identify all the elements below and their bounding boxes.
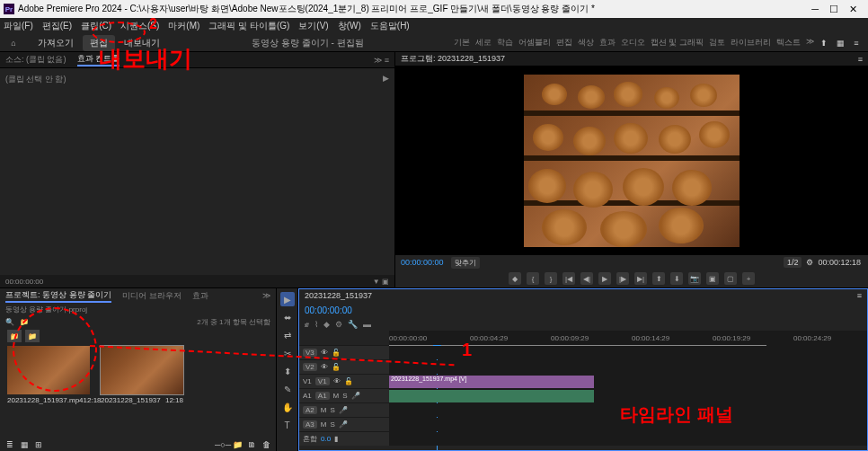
playhead-toggle-icon[interactable]: ▶ <box>383 74 389 83</box>
panel-menu-icon[interactable]: ≡ <box>857 291 862 300</box>
ws-color[interactable]: 색상 <box>578 37 594 49</box>
track-toggle[interactable]: A3 <box>303 420 317 429</box>
menu-view[interactable]: 보기(V) <box>298 20 328 32</box>
panel-overflow-icon[interactable]: ≫ <box>262 291 270 300</box>
selection-tool-icon[interactable]: ▶ <box>280 292 295 306</box>
tab-source[interactable]: 소스: (클립 없음) <box>5 54 66 66</box>
track-mute-icon[interactable]: M <box>321 420 327 429</box>
list-view-icon[interactable]: ≣ <box>5 440 14 449</box>
menu-window[interactable]: 창(W) <box>338 20 361 32</box>
panel-menu-icon[interactable]: ≡ <box>858 55 863 64</box>
audio-clip[interactable] <box>389 390 594 402</box>
compare-icon[interactable]: ▣ <box>706 272 719 285</box>
menu-graphics[interactable]: 그래픽 및 타이틀(G) <box>208 20 289 32</box>
lift-icon[interactable]: ⬆ <box>652 272 665 285</box>
settings-tl-icon[interactable]: ⚙ <box>335 320 342 329</box>
ws-edit[interactable]: 편집 <box>556 37 572 49</box>
export-frame-icon[interactable]: 📷 <box>688 272 701 285</box>
marker-icon[interactable]: ◆ <box>509 272 521 285</box>
in-icon[interactable]: { <box>527 272 539 285</box>
ws-learn[interactable]: 학습 <box>497 37 513 49</box>
workspace-icon[interactable]: ▦ <box>836 39 845 48</box>
ws-vertical[interactable]: 세로 <box>475 37 492 49</box>
ws-library[interactable]: 라이브러리 <box>731 37 771 49</box>
ws-text[interactable]: 텍스트 <box>776 37 801 49</box>
track-solo-icon[interactable]: S <box>342 392 347 400</box>
ws-assembly[interactable]: 어셈블리 <box>518 37 551 49</box>
ws-audio[interactable]: 오디오 <box>621 37 645 49</box>
trash-icon[interactable]: 🗑 <box>261 440 270 449</box>
track-toggle[interactable]: V3 <box>303 349 317 357</box>
track-mic-icon[interactable]: 🎤 <box>339 406 348 414</box>
track-mute-icon[interactable]: M <box>333 392 340 400</box>
mix-value[interactable]: 0.0 <box>321 435 331 443</box>
program-timecode-left[interactable]: 00:00:00:00 <box>401 258 444 267</box>
ws-overflow[interactable]: ≫ <box>806 37 814 49</box>
type-tool-icon[interactable]: T <box>280 418 295 432</box>
fit-button[interactable]: 맞추기 <box>451 257 480 269</box>
track-lock-icon[interactable]: 🔓 <box>332 349 341 357</box>
hamburger-icon[interactable]: ≡ <box>852 39 861 48</box>
mode-import[interactable]: 가져오기 <box>31 35 81 51</box>
goto-in-icon[interactable]: |◀ <box>562 272 575 285</box>
mode-export[interactable]: 내보내기 <box>117 35 167 51</box>
zoom-slider[interactable]: ─○─ <box>218 440 227 449</box>
step-back-icon[interactable]: ◀| <box>580 272 593 285</box>
track-solo-icon[interactable]: S <box>330 406 334 414</box>
caption-icon[interactable]: ▬ <box>363 320 371 329</box>
track-eye-icon[interactable]: 👁 <box>321 349 328 357</box>
tab-effect-controls[interactable]: 효과 컨트롤 <box>77 53 120 66</box>
track-mic-icon[interactable]: 🎤 <box>339 420 348 429</box>
mix-meter-icon[interactable]: ▮ <box>334 435 338 443</box>
ripple-tool-icon[interactable]: ⇄ <box>280 328 295 342</box>
project-item[interactable]: 20231228_151937.mp4 12:18 <box>7 346 90 404</box>
safe-margin-icon[interactable]: ▢ <box>724 272 737 285</box>
ws-review[interactable]: 검토 <box>709 37 725 49</box>
menu-clip[interactable]: 클립(C) <box>81 20 111 32</box>
menu-file[interactable]: 파일(F) <box>4 20 33 32</box>
track-select-tool-icon[interactable]: ⬌ <box>280 310 295 324</box>
ws-basic[interactable]: 기본 <box>454 37 470 49</box>
ws-effects[interactable]: 효과 <box>599 37 616 49</box>
maximize-button[interactable]: ☐ <box>829 4 838 15</box>
track-eye-icon[interactable]: 👁 <box>333 377 341 385</box>
out-icon[interactable]: } <box>545 272 557 285</box>
track-toggle[interactable]: V2 <box>303 363 317 371</box>
timeline-timecode[interactable]: 00:00:00:00 <box>305 305 352 315</box>
track-toggle[interactable]: V1 <box>315 377 330 385</box>
mode-edit[interactable]: 편집 <box>83 35 115 51</box>
track-toggle[interactable]: A2 <box>303 406 317 414</box>
tab-project[interactable]: 프로젝트: 동영상 용량 줄이기 <box>5 289 111 303</box>
hand-tool-icon[interactable]: ✋ <box>280 400 295 414</box>
goto-out-icon[interactable]: ▶| <box>634 272 647 285</box>
filter-icon[interactable]: ▼ ▣ <box>373 278 389 286</box>
panel-menu-icon[interactable]: ≫ ≡ <box>374 56 389 65</box>
icon-view-icon[interactable]: ▦ <box>20 440 29 449</box>
wrench-icon[interactable]: 🔧 <box>348 320 358 329</box>
quick-export-icon[interactable]: ⬆ <box>819 39 828 48</box>
program-viewer[interactable] <box>395 66 868 255</box>
menu-sequence[interactable]: 시퀀스(S) <box>120 20 159 32</box>
track-lock-icon[interactable]: 🔓 <box>344 377 353 385</box>
track-lock-icon[interactable]: 🔓 <box>332 363 341 371</box>
video-clip[interactable]: 20231228_151937.mp4 [V] <box>389 376 594 388</box>
search-icon[interactable]: 🔍 <box>5 318 14 326</box>
menu-edit[interactable]: 편집(E) <box>42 20 72 32</box>
tab-program[interactable]: 프로그램: 20231228_151937 <box>401 53 505 65</box>
track-source[interactable]: A1 <box>303 392 312 400</box>
sequence-tab[interactable]: 20231228_151937 <box>305 291 372 300</box>
project-item[interactable]: 20231228_151937 12:18 <box>101 346 183 404</box>
step-fwd-icon[interactable]: |▶ <box>616 272 629 285</box>
track-toggle[interactable]: A1 <box>315 392 330 400</box>
new-item-icon[interactable]: 🗎 <box>247 440 256 449</box>
link-icon[interactable]: ⌇ <box>314 320 318 329</box>
timeline-ruler[interactable]: 00:00:00:00 00:00:04:29 00:00:09:29 00:0… <box>389 331 867 345</box>
home-icon[interactable]: ⌂ <box>5 35 22 51</box>
menu-marker[interactable]: 마커(M) <box>168 20 199 32</box>
extract-icon[interactable]: ⬇ <box>670 272 683 285</box>
bin-filter-icon[interactable]: 📁 <box>20 318 29 326</box>
razor-tool-icon[interactable]: ✂ <box>280 346 295 360</box>
track-source[interactable]: V1 <box>303 377 312 385</box>
slip-tool-icon[interactable]: ⬍ <box>280 364 295 378</box>
snap-icon[interactable]: ⸙ <box>305 320 309 329</box>
